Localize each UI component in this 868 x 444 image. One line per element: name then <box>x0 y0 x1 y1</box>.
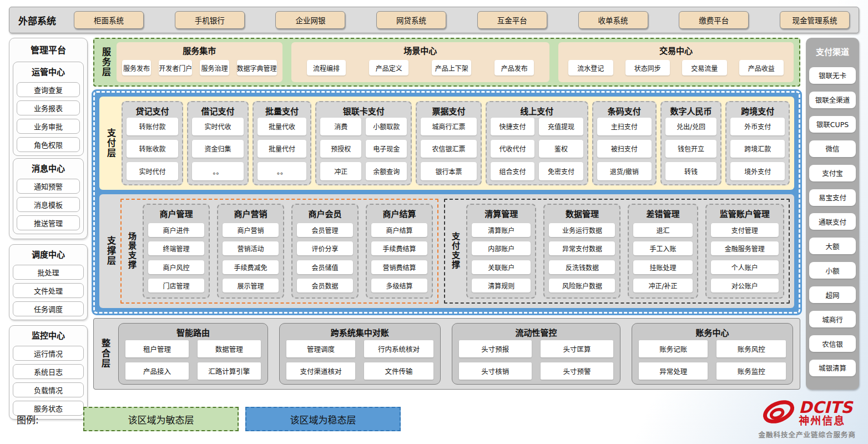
int-item: 租户管理 <box>125 340 189 357</box>
sup-item: 异常支付数据 <box>549 241 615 255</box>
legend-stable-layer: 该区域为稳态层 <box>245 407 401 431</box>
service-layer: 服务层 服务集市 服务发布 开发者门户 服务治理 数据字典管理 场景中心 <box>93 38 800 87</box>
channel-city-commercial-bank: 城商行 <box>809 311 856 327</box>
mon-item: 负载情况 <box>13 382 84 397</box>
sup-col-title: 商户营销 <box>223 206 279 220</box>
ops-item: 查询查复 <box>17 82 80 97</box>
txn-item: 流水登记 <box>568 60 613 75</box>
center-content: 服务层 服务集市 服务发布 开发者门户 服务治理 数据字典管理 场景中心 <box>93 38 800 390</box>
sup-col-title: 差错管理 <box>633 206 692 220</box>
pay-item: 批量代收 <box>258 118 306 135</box>
architecture-diagram: 外部系统 柜面系统 手机银行 企业网银 网贷系统 互金平台 收单系统 缴费平台 … <box>0 7 868 444</box>
logo-company-name: 神州信息 <box>799 416 852 426</box>
management-platform-box: 管理平台 运管中心 查询查复 业务报表 业务审批 角色权限 消息中心 通知预警 … <box>9 38 88 239</box>
sup-item: 会员数据 <box>297 279 353 292</box>
panel-title: 服务集市 <box>122 44 277 58</box>
logo-tagline: 金融科技全产业链综合服务商 <box>758 429 856 440</box>
pay-item: 钱包开立 <box>665 140 717 158</box>
channel-city-bank-clearing: 城银清算 <box>809 360 856 376</box>
pay-item: 资金归集 <box>192 140 244 158</box>
pay-col-digital-rmb: 数字人民币 兑出/兑回 钱包开立 转钱 <box>660 101 722 185</box>
pay-col-title: 银联卡支付 <box>320 104 407 118</box>
panel-smart-routing: 智能路由 租户管理 数据管理 产品接入 汇路计算引擎 <box>118 323 268 385</box>
pay-item: 电子现金 <box>366 140 407 158</box>
group-title: 调度中心 <box>13 247 84 261</box>
mon-item: 系统日志 <box>13 364 84 379</box>
sup-item: 营销活动 <box>223 241 279 255</box>
pay-item: 消费 <box>320 118 361 135</box>
sup-item: 关联账户 <box>472 260 531 274</box>
service-item: 开发者门户 <box>159 60 192 75</box>
sched-item: 批处理 <box>13 265 84 280</box>
int-item: 异常处理 <box>639 362 708 380</box>
msg-item: 推送管理 <box>17 215 80 230</box>
pay-col-credit: 贷记支付 转账付款 转账收款 实时代付 <box>122 101 183 185</box>
integration-layer-label: 整合层 <box>98 339 112 369</box>
service-item: 数据字典管理 <box>237 60 277 75</box>
group-title: 消息中心 <box>17 161 80 175</box>
pay-item: 免密支付 <box>539 162 583 180</box>
pay-item: 余额查询 <box>366 162 407 180</box>
panel-liquidity-control: 流动性管控 头寸预报 头寸匡算 头寸核销 头寸预警 <box>452 323 620 385</box>
sup-item: 营销费结算 <box>371 260 427 274</box>
pay-item: 转账付款 <box>127 118 178 135</box>
pay-item: 兑出/兑回 <box>665 118 717 135</box>
channel-rural-credit-bank: 农信银 <box>809 335 856 352</box>
sup-item: 多级结算 <box>371 279 427 292</box>
int-item: 账务监控 <box>716 362 786 380</box>
payment-channels-title: 支付渠道 <box>809 41 856 59</box>
pay-col-barcode: 条码支付 主扫支付 被扫支付 退货/撤销 <box>592 101 657 185</box>
legend-agile-layer: 该区域为敏态层 <box>83 407 239 431</box>
sup-item: 会员储值 <box>297 260 353 274</box>
pay-col-title: 批量支付 <box>258 104 306 118</box>
int-item: 账务风控 <box>716 340 786 357</box>
logo-brand: DCITS <box>799 400 852 416</box>
pay-item: 转账收款 <box>127 140 178 158</box>
int-item: 头寸预警 <box>541 362 613 380</box>
int-item: 头寸核销 <box>459 362 532 380</box>
company-logo: DCITS 神州信息 金融科技全产业链综合服务商 <box>758 398 856 440</box>
int-item: 账务记账 <box>639 340 708 357</box>
sup-col-regulatory-account: 监管账户管理 支付管理 金融服务管理 个人账户 对公账户 <box>705 204 784 299</box>
scene-item: 产品定义 <box>369 60 408 75</box>
support-layer: 支撑层 场景支撑 商户管理 商户进件 终端管理 商户风控 <box>99 194 794 308</box>
payment-channels-sidebar: 支付渠道 银联无卡 银联全渠道 银联CUPS 微信 支付宝 易宝支付 通联支付 … <box>806 38 859 390</box>
int-item: 文件传输 <box>364 362 433 380</box>
sup-col-clearing-mgmt: 清算管理 清算账户 内部账户 关联账户 清算规则 <box>466 204 536 299</box>
pay-item: 小额取款 <box>366 118 407 135</box>
group-title: 监控中心 <box>13 328 84 342</box>
channel-ibps: 超网 <box>809 286 856 303</box>
panel-title: 账务中心 <box>639 325 786 340</box>
sup-item: 展示管理 <box>223 279 279 292</box>
pay-item: 银行本票 <box>421 162 476 180</box>
support-layer-label: 支撑层 <box>104 236 118 266</box>
integration-layer: 整合层 智能路由 租户管理 数据管理 产品接入 汇路计算引擎 跨系统集中对账 <box>93 318 800 390</box>
sup-item: 手工入账 <box>633 241 692 255</box>
sup-item: 商户进件 <box>148 223 204 237</box>
channel-unionpay-cups: 银联CUPS <box>809 116 856 133</box>
group-message-center: 消息中心 通知预警 消息模板 推送管理 <box>13 158 84 234</box>
scene-support-label: 场景支撑 <box>126 232 139 270</box>
panel-title: 流动性管控 <box>459 325 613 340</box>
pay-col-batch: 批量支付 批量代收 批量代付 。。 <box>253 101 311 185</box>
pay-col-title: 借记支付 <box>192 104 244 118</box>
payment-support-label: 支付支撑 <box>450 232 463 270</box>
channel-alipay: 支付宝 <box>809 165 856 181</box>
panel-transaction-center: 交易中心 流水登记 状态同步 交易流量 产品收益 <box>558 42 794 82</box>
sup-col-merchant-settlement: 商户结算 商户结算 手续费结算 营销费结算 多级结算 <box>366 204 433 299</box>
service-item: 服务发布 <box>122 60 151 75</box>
panel-scene-center: 场景中心 流程编排 产品定义 产品上下架 产品发布 <box>291 42 550 82</box>
sup-item: 退汇 <box>633 223 692 237</box>
ops-item: 业务审批 <box>17 119 80 134</box>
sup-col-error-mgmt: 差错管理 退汇 手工入账 挂账处理 冲正/补正 <box>628 204 698 299</box>
sup-item: 反洗钱数据 <box>549 260 615 274</box>
mon-item: 运行情况 <box>13 346 84 361</box>
pay-item: 城商行汇票 <box>421 118 476 135</box>
sup-col-title: 商户结算 <box>371 206 427 220</box>
txn-item: 状态同步 <box>625 60 670 75</box>
sup-item: 商户风控 <box>148 260 204 274</box>
pay-item: 农信银汇票 <box>421 140 476 158</box>
external-system-online-loan: 网贷系统 <box>376 11 446 29</box>
channel-beps: 小额 <box>809 262 856 279</box>
external-system-corporate-ebank: 企业网银 <box>275 11 345 29</box>
